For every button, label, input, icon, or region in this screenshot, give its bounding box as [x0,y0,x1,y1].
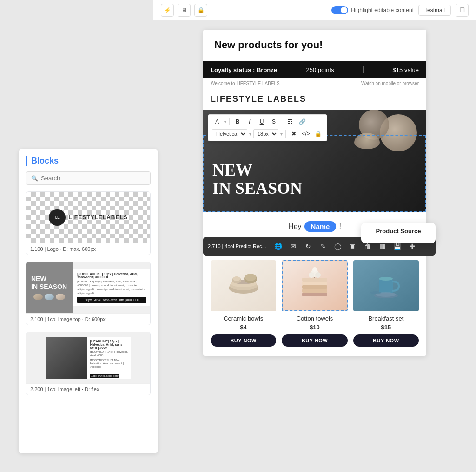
svg-rect-10 [302,285,327,289]
product-text-area: [HEADLINE] 18px | Helvetica, Arial, sans… [87,337,132,379]
svg-rect-9 [302,289,327,293]
bolt-button[interactable]: ⚡ [161,4,174,17]
search-input[interactable] [41,175,145,182]
product-card-breakfast: Breakfast set $15 BUY NOW [353,260,419,347]
greeting-end: ! [339,223,341,231]
block-item-product[interactable]: [HEADLINE] 18px | Helvetica, Arial, sans… [26,332,151,395]
svg-point-25 [370,291,381,294]
product-img-breakfast [353,260,419,311]
italic-btn[interactable]: I [245,117,255,127]
highlight-toggle[interactable]: Highlight editable content [331,6,414,14]
product-card-cotton: Cotton towels $10 BUY NOW [282,260,347,347]
greeting-text: Hey [288,223,301,231]
bowl-decoration [343,110,426,175]
lock-format-btn[interactable]: 🔒 [313,129,323,139]
product-preview-area: [HEADLINE] 18px | Helvetica, Arial, sans… [46,337,132,379]
logo-preview-area: LL LIFESTYLELABELS [26,192,150,243]
season-preview-area: NEWIN SEASON [26,262,73,313]
hero-text-line2: IN SEASON [212,179,302,198]
bold-btn[interactable]: B [232,117,243,127]
product-name-breakfast: Breakfast set [353,315,419,322]
block-label-product: 2.200 | 1col Image left · D: flex [26,383,150,395]
block-label-logo: 1.100 | Logo · D: max. 600px [26,243,150,255]
sidebar-title: Blocks [26,156,151,166]
svg-point-7 [233,276,240,281]
buy-btn-ceramic[interactable]: BUY NOW [211,334,276,347]
toggle-knob [341,7,347,13]
breakfast-svg [367,269,404,302]
block-preview-product: [HEADLINE] 18px | Helvetica, Arial, sans… [26,332,150,383]
headline-preview: [HEADLINE] 18px | Helvetica, Arial, sans… [90,340,129,349]
hero-text-line1: NEW [212,161,302,180]
product-img-cotton [282,260,347,311]
product-price-breakfast: $15 [353,324,419,331]
font-select[interactable]: Helvetica [212,129,247,138]
blocks-sidebar: Blocks 🔍 LL LIFESTYLELABELS 1.100 | Logo… [19,149,158,453]
clear-format-btn[interactable]: ✖ [289,129,299,139]
code-btn[interactable]: </> [301,129,311,139]
product-img-ceramic [211,260,276,311]
sub-header-right: Watch on mobile or browser [361,81,419,86]
dropdown-arrow-1: ▾ [224,119,226,125]
body-preview: [BODYTEXT] 14px | Helvetica, Arial, #000 [90,350,129,358]
product-image-area [46,337,87,379]
search-icon: 🔍 [31,175,38,182]
logo-badge: LL [49,209,66,226]
buy-btn-cotton[interactable]: BUY NOW [282,334,347,347]
tool-globe[interactable]: 🌐 [272,240,285,253]
tool-box[interactable]: ▣ [346,240,359,253]
underline-btn[interactable]: U [257,117,267,127]
svg-point-22 [379,277,393,281]
size-arrow: ▾ [280,131,283,137]
season-sub-content: [SUBHEADLINE] 18px | Helvetica, Arial, s… [73,269,150,306]
email-preview[interactable]: New products for you! Loyalty status : B… [153,20,476,472]
email-title: New products for you! [214,39,415,51]
search-box[interactable]: 🔍 [26,171,151,185]
name-badge: Name [304,221,337,232]
font-color-btn[interactable]: A [212,117,222,127]
buy-btn-breakfast[interactable]: BUY NOW [353,334,419,347]
bowl-3 [354,133,380,149]
cotton-svg [298,265,331,307]
logo-text: LIFESTYLELABELS [68,214,128,221]
brand-name-light: LIFESTYLE [211,94,267,104]
format-row-2: Helvetica ▾ 18px ▾ ✖ </> 🔒 [212,129,323,139]
strikethrough-btn[interactable]: S [269,117,279,127]
hero-area: NEW IN SEASON A ▾ B I [203,110,426,212]
tool-tag[interactable]: ✉ [287,240,300,253]
svg-point-15 [315,272,321,278]
bodytext-label: [BODYTEXT] 14px | Helvetica, Arial, sans… [77,280,146,295]
block-preview-season: NEWIN SEASON [SUBHEADLINE] 18px | Helvet… [26,262,150,313]
block-item-season[interactable]: NEWIN SEASON [SUBHEADLINE] 18px | Helvet… [26,262,151,325]
lock-button[interactable]: 🔒 [194,4,207,17]
loyalty-value: $15 value [393,66,419,73]
monitor-button[interactable]: 🖥 [178,4,191,17]
fmt-divider-3 [285,130,286,138]
toolbar-right: Highlight editable content Testmail ❐ [331,4,469,17]
expand-button[interactable]: ❐ [456,4,469,17]
cta-preview: 18px | Arial, sans-serif | #fff | #00000… [77,297,146,303]
product-card-ceramic: Ceramic bowls $4 BUY NOW [211,260,276,347]
product-source-label: Product Source [369,228,428,235]
tool-radio[interactable]: ◯ [331,240,344,253]
loyalty-bar: Loyalty status : Bronze 250 points $15 v… [203,61,426,78]
body-sub-preview: [BODYTEXT SUB] 18px | Helvetica, Arial, … [90,359,129,369]
brand-header: LIFESTYLE LABELS [203,89,426,110]
tool-refresh[interactable]: ↻ [302,240,315,253]
size-select[interactable]: 18px [253,129,278,138]
link-btn[interactable]: 🔗 [297,117,307,127]
svg-point-16 [312,267,317,272]
testmail-button[interactable]: Testmail [418,5,451,16]
block-preview-logo: LL LIFESTYLELABELS [26,192,150,243]
product-source-tooltip: Product Source [361,223,436,243]
highlight-btn[interactable]: ☶ [285,117,295,127]
tool-edit[interactable]: ✎ [317,240,330,253]
product-img-bg [46,337,87,379]
toggle-switch[interactable] [331,6,348,14]
fmt-divider-1 [229,118,230,125]
main-area: ⚡ 🖥 🔒 Highlight editable content Testmai… [153,0,476,472]
block-label-season: 2.100 | 1col Image top · D: 600px [26,313,150,325]
block-item-logo[interactable]: LL LIFESTYLELABELS 1.100 | Logo · D: max… [26,191,151,255]
season-preview-text: NEWIN SEASON [31,275,67,291]
sub-header: Welcome to LIFESTYLE LABELS Watch on mob… [203,78,426,89]
